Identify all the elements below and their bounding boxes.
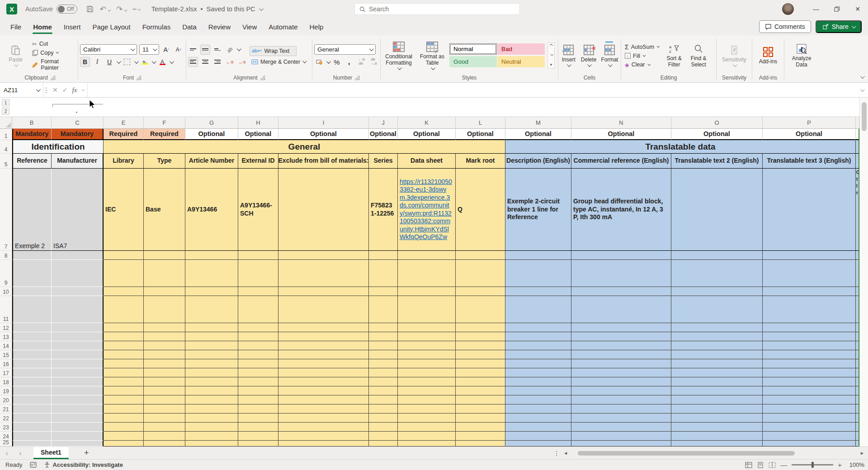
col-header-B[interactable]: B — [12, 117, 52, 129]
style-good[interactable]: Good — [449, 56, 497, 67]
cell-N8[interactable] — [571, 251, 671, 260]
cell-M22[interactable] — [505, 414, 571, 423]
cell-K10[interactable] — [398, 287, 456, 296]
cell-C15[interactable] — [52, 350, 104, 359]
cell-B16[interactable] — [12, 359, 52, 368]
cell-H24[interactable] — [238, 432, 278, 441]
decrease-decimal-icon[interactable]: .00 →.0 — [368, 57, 378, 67]
cell-P24[interactable] — [763, 432, 856, 441]
next-sheet-icon[interactable]: › — [14, 449, 27, 457]
cell-C9[interactable] — [52, 260, 104, 287]
col-header-sliver[interactable] — [856, 117, 859, 129]
cell-I10[interactable] — [278, 287, 369, 296]
cell-I7[interactable] — [278, 169, 369, 251]
cell-L12[interactable] — [456, 323, 505, 332]
cell-J19[interactable] — [369, 386, 398, 395]
cell-P13[interactable] — [763, 332, 856, 341]
percent-style-icon[interactable]: % — [332, 57, 342, 67]
cell-E14[interactable] — [104, 341, 144, 350]
cell-P9[interactable] — [763, 260, 856, 287]
cell-B14[interactable] — [12, 341, 52, 350]
cell-G1[interactable]: Optional — [185, 129, 238, 140]
cell-N23[interactable] — [571, 423, 671, 432]
cell-G11[interactable] — [185, 296, 238, 323]
cell-B15[interactable] — [12, 350, 52, 359]
cell-I22[interactable] — [278, 414, 369, 423]
cell-C1[interactable]: Mandatory — [52, 129, 104, 140]
cell-G14[interactable] — [185, 341, 238, 350]
cell-sliver-9[interactable] — [856, 260, 859, 287]
zoom-slider-thumb[interactable] — [811, 462, 814, 468]
cell-B8[interactable] — [12, 251, 52, 260]
row-header-22[interactable]: 22 — [0, 414, 12, 423]
cell-J5[interactable]: Series — [369, 154, 398, 169]
cell-C10[interactable] — [52, 287, 104, 296]
cell-N19[interactable] — [571, 386, 671, 395]
cell-O7[interactable] — [671, 169, 763, 251]
cell-N5[interactable]: Commercial reference (English) — [571, 154, 671, 169]
tab-automate[interactable]: Automate — [263, 18, 303, 35]
tab-home[interactable]: Home — [27, 18, 58, 35]
cell-H23[interactable] — [238, 423, 278, 432]
col-header-G[interactable]: G — [185, 117, 238, 129]
cell-K23[interactable] — [398, 423, 456, 432]
cell-K18[interactable] — [398, 377, 456, 386]
cell-F8[interactable] — [144, 251, 185, 260]
cell-G20[interactable] — [185, 395, 238, 404]
cut-button[interactable]: ✂Cut — [30, 40, 76, 48]
cell-F22[interactable] — [144, 414, 185, 423]
page-break-view-icon[interactable] — [769, 462, 776, 468]
cell-B11[interactable] — [12, 296, 52, 323]
cell-P17[interactable] — [763, 368, 856, 377]
align-middle-icon[interactable] — [200, 45, 210, 55]
row-header-11[interactable]: 11 — [0, 296, 12, 323]
save-status[interactable]: Saved to this PC — [207, 5, 255, 13]
align-center-icon[interactable] — [200, 57, 210, 67]
cell-B23[interactable] — [12, 423, 52, 432]
row-header-7[interactable]: 7 — [0, 169, 12, 251]
cell-F7[interactable]: Base — [144, 169, 185, 251]
share-button[interactable]: Share — [816, 20, 862, 33]
cell-K5[interactable]: Data sheet — [398, 154, 456, 169]
find-select-button[interactable]: Find & Select — [688, 42, 709, 69]
cell-O12[interactable] — [671, 323, 763, 332]
cell-F15[interactable] — [144, 350, 185, 359]
cell-sliver-18[interactable] — [856, 377, 859, 386]
cell-E21[interactable] — [104, 404, 144, 414]
cell-B21[interactable] — [12, 404, 52, 414]
cell-L23[interactable] — [456, 423, 505, 432]
enter-formula-icon[interactable]: ✓ — [62, 86, 68, 94]
number-format-select[interactable]: General — [314, 44, 376, 55]
style-neutral[interactable]: Neutral — [497, 56, 545, 67]
cell-M5[interactable]: Description (English) — [505, 154, 571, 169]
cell-P12[interactable] — [763, 323, 856, 332]
cell-P23[interactable] — [763, 423, 856, 432]
sheet-tab-sheet1[interactable]: Sheet1 — [33, 447, 69, 459]
tab-page-layout[interactable]: Page Layout — [86, 18, 136, 35]
font-size-select[interactable]: 11 — [139, 44, 159, 55]
cell-P25[interactable] — [763, 441, 856, 446]
cell-sliver-22[interactable] — [856, 414, 859, 423]
cell-H19[interactable] — [238, 386, 278, 395]
cell-K7[interactable]: https://r1132100503382-eu1-3dswym.3dexpe… — [398, 169, 456, 251]
cell-sliver-12[interactable] — [856, 323, 859, 332]
cell-sliver-10[interactable] — [856, 287, 859, 296]
cell-K19[interactable] — [398, 386, 456, 395]
cell-I9[interactable] — [278, 260, 369, 287]
cell-C17[interactable] — [52, 368, 104, 377]
format-cells-button[interactable]: Format — [600, 43, 619, 68]
cell-E24[interactable] — [104, 432, 144, 441]
cell-J25[interactable] — [369, 441, 398, 446]
cell-N9[interactable] — [571, 260, 671, 287]
cell-G5[interactable]: Article Number — [185, 154, 238, 169]
cell-L24[interactable] — [456, 432, 505, 441]
cell-G18[interactable] — [185, 377, 238, 386]
cell-K17[interactable] — [398, 368, 456, 377]
tab-data[interactable]: Data — [176, 18, 203, 35]
cell-J20[interactable] — [369, 395, 398, 404]
cell-sliver-20[interactable] — [856, 395, 859, 404]
redo-icon[interactable]: ↷ — [116, 5, 126, 14]
cell-I23[interactable] — [278, 423, 369, 432]
cell-M23[interactable] — [505, 423, 571, 432]
row-header-13[interactable]: 13 — [0, 332, 12, 341]
